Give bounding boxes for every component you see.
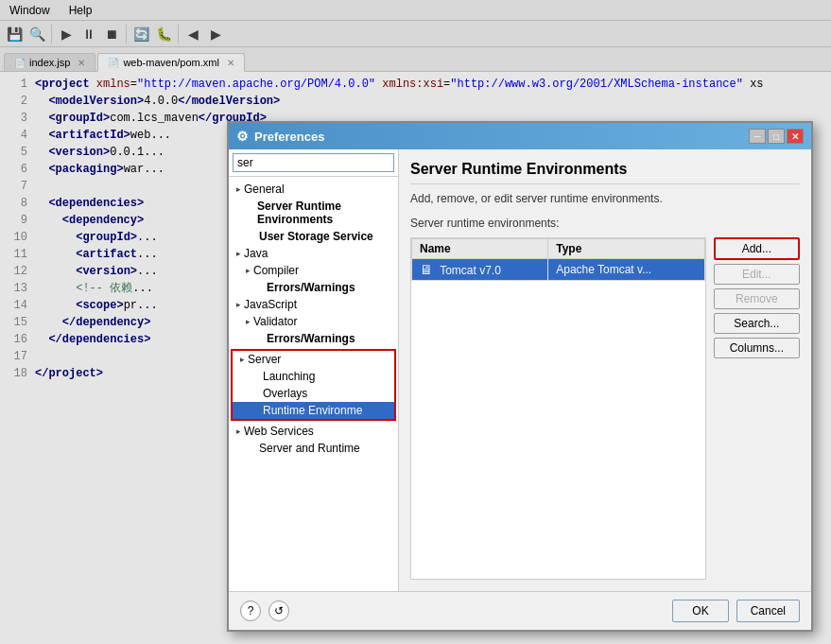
tree-item-javascript[interactable]: ▸ JavaScript (229, 296, 398, 313)
label-web-services: Web Services (244, 425, 314, 438)
search-input[interactable] (233, 153, 394, 172)
arrow-sp (248, 207, 257, 218)
tree-item-service-policies[interactable]: Server Runtime Environments (229, 198, 398, 228)
footer-right: OK Cancel (672, 600, 800, 622)
arrow-server: ▸ (236, 354, 248, 365)
tree-item-overlays[interactable]: Overlays (233, 385, 394, 402)
right-panel-subtitle: Server runtime environments: (410, 217, 800, 230)
arrow-general: ▸ (233, 183, 244, 195)
tree-item-server[interactable]: ▸ Server (233, 351, 394, 368)
tree-item-general[interactable]: ▸ General (229, 181, 398, 198)
dialog-title-bar: ⚙ Preferences ─ □ ✕ (229, 123, 811, 149)
cancel-button[interactable]: Cancel (736, 600, 800, 622)
label-java: Java (244, 247, 268, 260)
arrow-runtime (251, 405, 263, 416)
tree-item-errors-js[interactable]: Errors/Warnings (229, 330, 398, 347)
label-service-policies: Server Runtime Environments (257, 200, 394, 226)
tree-panel: ▸ General Server Runtime Environments Us… (229, 149, 399, 591)
preferences-dialog: ⚙ Preferences ─ □ ✕ ▸ (227, 121, 813, 632)
close-btn[interactable]: ✕ (787, 129, 804, 144)
tree-item-compiler[interactable]: ▸ Compiler (229, 262, 398, 279)
tree-item-validator[interactable]: ▸ Validator (229, 313, 398, 330)
tree-item-runtime[interactable]: Runtime Environme (233, 402, 394, 419)
tree-item-user-storage[interactable]: User Storage Service (229, 228, 398, 245)
action-buttons: Add... Edit... Remove Search... Columns.… (714, 237, 800, 580)
server-icon-0: 🖥 (420, 262, 433, 277)
title-controls: ─ □ ✕ (749, 129, 804, 144)
tree-item-server-runtime[interactable]: Server and Runtime (229, 440, 398, 457)
label-server-runtime: Server and Runtime (259, 442, 360, 455)
server-table: Name Type 🖥 Tomcat v7.0 (411, 238, 705, 281)
server-section-highlight: ▸ Server Launching Overlays (231, 349, 396, 421)
arrow-validator: ▸ (242, 316, 253, 327)
label-javascript: JavaScript (244, 298, 297, 311)
arrow-ew-java (255, 282, 267, 293)
col-type: Type (548, 239, 704, 259)
right-panel-title: Server Runtime Environments (410, 161, 800, 184)
server-table-wrapper: Name Type 🖥 Tomcat v7.0 (410, 237, 706, 580)
arrow-compiler: ▸ (242, 265, 253, 276)
tree-item-java[interactable]: ▸ Java (229, 245, 398, 262)
server-row-0[interactable]: 🖥 Tomcat v7.0 Apache Tomcat v... (412, 259, 705, 281)
label-launching: Launching (263, 370, 315, 383)
columns-button[interactable]: Columns... (714, 338, 800, 358)
tree-item-web-services[interactable]: ▸ Web Services (229, 423, 398, 440)
label-general: General (244, 183, 285, 196)
arrow-ws: ▸ (233, 426, 244, 437)
label-errors-js: Errors/Warnings (267, 332, 355, 345)
server-name-0: 🖥 Tomcat v7.0 (412, 259, 548, 281)
dialog-overlay: ⚙ Preferences ─ □ ✕ ▸ (0, 0, 831, 644)
label-validator: Validator (253, 315, 297, 328)
minimize-btn[interactable]: ─ (749, 129, 766, 144)
label-runtime: Runtime Environme (263, 404, 362, 417)
maximize-btn[interactable]: □ (768, 129, 785, 144)
preferences-icon: ⚙ (236, 129, 249, 144)
right-panel-desc: Add, remove, or edit server runtime envi… (410, 192, 800, 205)
arrow-launching (251, 371, 263, 382)
search-wrapper (233, 153, 394, 172)
dialog-body: ▸ General Server Runtime Environments Us… (229, 149, 811, 591)
label-errors-java: Errors/Warnings (267, 281, 355, 294)
arrow-sr (248, 443, 259, 454)
edit-button[interactable]: Edit... (714, 264, 800, 285)
restore-icon[interactable]: ↺ (268, 600, 289, 621)
dialog-footer: ? ↺ OK Cancel (229, 591, 811, 630)
arrow-ew-js (255, 333, 267, 344)
tree-content: ▸ General Server Runtime Environments Us… (229, 177, 398, 591)
arrow-us (248, 231, 259, 242)
footer-left: ? ↺ (240, 600, 289, 621)
label-server: Server (248, 353, 281, 366)
right-panel: Server Runtime Environments Add, remove,… (399, 149, 811, 591)
arrow-java: ▸ (233, 248, 244, 259)
add-button[interactable]: Add... (714, 237, 800, 260)
ok-button[interactable]: OK (672, 600, 728, 622)
tree-item-errors-java[interactable]: Errors/Warnings (229, 279, 398, 296)
label-overlays: Overlays (263, 387, 307, 400)
arrow-overlays (251, 388, 263, 399)
server-type-0: Apache Tomcat v... (548, 259, 704, 281)
tree-item-launching[interactable]: Launching (233, 368, 394, 385)
col-name: Name (412, 239, 548, 259)
search-box (229, 149, 398, 177)
label-user-storage: User Storage Service (259, 230, 373, 243)
arrow-js: ▸ (233, 299, 244, 310)
label-compiler: Compiler (253, 264, 299, 277)
dialog-title-text: Preferences (254, 130, 324, 144)
search-button[interactable]: Search... (714, 313, 800, 334)
remove-button[interactable]: Remove (714, 288, 800, 309)
help-icon[interactable]: ? (240, 600, 261, 621)
server-row-area: Name Type 🖥 Tomcat v7.0 (410, 237, 800, 580)
